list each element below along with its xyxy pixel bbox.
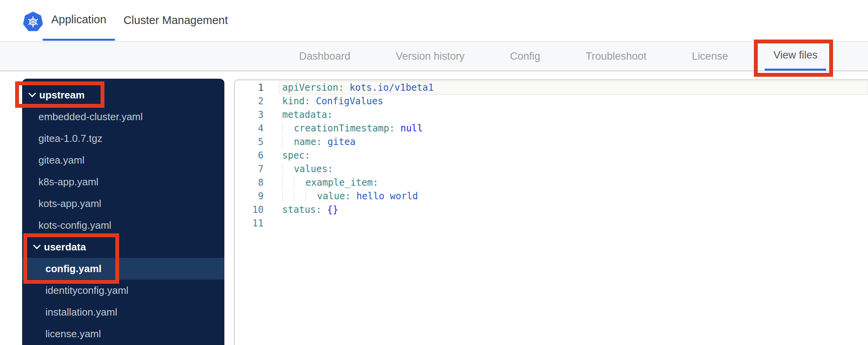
tree-item-label: userdata: [44, 241, 86, 253]
code-content: status: {}: [279, 203, 868, 217]
code-content: metadata:: [279, 108, 868, 122]
file-k8s-app-yaml[interactable]: k8s-app.yaml: [22, 171, 224, 193]
line-number: 5: [235, 135, 279, 149]
code-line-10: 10status: {}: [235, 203, 868, 217]
indent-guide: [306, 191, 317, 202]
file-embedded-cluster-yaml[interactable]: embedded-cluster.yaml: [22, 106, 224, 128]
file-gitea-1-0-7-tgz[interactable]: gitea-1.0.7.tgz: [22, 128, 224, 149]
tab-cluster-management[interactable]: Cluster Management: [115, 0, 236, 41]
indent-guide: [282, 164, 294, 174]
file-kots-config-yaml[interactable]: kots-config.yaml: [22, 214, 224, 236]
line-number: 9: [235, 190, 279, 203]
code-content: values:: [279, 162, 868, 176]
file-identityconfig-yaml[interactable]: identityconfig.yaml: [22, 279, 224, 301]
line-number: 3: [235, 108, 279, 122]
code-line-5: 5 name: gitea: [235, 135, 868, 149]
file-gitea-yaml[interactable]: gitea.yaml: [22, 149, 224, 171]
tree-item-label: kots-config.yaml: [38, 219, 111, 231]
app-subnav: DashboardVersion historyConfigTroublesho…: [0, 41, 868, 71]
tree-item-label: config.yaml: [45, 263, 101, 275]
line-number: 7: [235, 162, 279, 176]
tab-application[interactable]: Application: [43, 0, 115, 41]
code-line-7: 7 values:: [235, 162, 868, 176]
indent-guide: [282, 136, 294, 147]
code-content: kind: ConfigValues: [279, 95, 868, 108]
file-installation-yaml[interactable]: installation.yaml: [22, 301, 224, 323]
code-content: creationTimestamp: null: [279, 122, 868, 135]
code-content: apiVersion: kots.io/v1beta1: [279, 81, 868, 95]
console-tabs: Application Cluster Management: [43, 0, 236, 41]
tree-item-label: gitea.yaml: [38, 154, 85, 166]
code-line-6: 6spec:: [235, 149, 868, 162]
tree-item-label: embedded-cluster.yaml: [38, 111, 143, 123]
subnav-item-troubleshoot[interactable]: Troubleshoot: [577, 42, 655, 71]
indent-guide: [282, 191, 294, 202]
tree-item-label: identityconfig.yaml: [45, 285, 128, 297]
subnav-item-dashboard[interactable]: Dashboard: [291, 42, 359, 71]
file-tree[interactable]: upstreamembedded-cluster.yamlgitea-1.0.7…: [22, 79, 224, 345]
code-line-8: 8 example_item:: [235, 176, 868, 190]
line-number: 11: [235, 217, 279, 230]
code-content: example_item:: [279, 176, 868, 190]
tree-item-label: k8s-app.yaml: [38, 176, 99, 188]
code-line-9: 9 value: hello world: [235, 190, 868, 203]
app-header: Application Cluster Management: [0, 0, 868, 41]
tab-application-label: Application: [51, 13, 106, 26]
code-line-1: 1apiVersion: kots.io/v1beta1: [235, 81, 868, 95]
subnav-item-config[interactable]: Config: [502, 42, 549, 71]
tree-item-label: upstream: [39, 89, 85, 101]
indent-guide: [282, 123, 294, 134]
tree-item-label: installation.yaml: [45, 306, 117, 318]
line-number: 2: [235, 95, 279, 108]
code-line-4: 4 creationTimestamp: null: [235, 122, 868, 135]
tree-item-label: kots-app.yaml: [38, 198, 101, 210]
file-kots-app-yaml[interactable]: kots-app.yaml: [22, 193, 224, 214]
line-number: 10: [235, 203, 279, 217]
chevron-down-icon: [28, 90, 36, 97]
indent-guide: [294, 191, 306, 202]
folder-userdata[interactable]: userdata: [22, 236, 224, 258]
tree-item-label: license.yaml: [45, 328, 101, 340]
code-content: name: gitea: [279, 135, 868, 149]
line-number: 1: [235, 81, 279, 95]
code-content: [279, 217, 868, 230]
code-content: value: hello world: [279, 190, 868, 203]
code-line-11: 11: [235, 217, 868, 230]
subnav-item-version-history[interactable]: Version history: [387, 42, 473, 71]
line-number: 6: [235, 149, 279, 162]
subnav-item-view-files[interactable]: View files: [765, 42, 826, 71]
code-content: spec:: [279, 149, 868, 162]
file-config-yaml[interactable]: config.yaml: [22, 258, 224, 279]
code-line-3: 3metadata:: [235, 108, 868, 122]
file-viewer[interactable]: 1apiVersion: kots.io/v1beta12kind: Confi…: [234, 79, 868, 345]
line-number: 4: [235, 122, 279, 135]
indent-guide: [282, 177, 294, 188]
tree-item-label: gitea-1.0.7.tgz: [38, 133, 102, 145]
subnav-item-license[interactable]: License: [683, 42, 736, 71]
kubernetes-logo-icon: [23, 11, 43, 32]
tab-cluster-management-label: Cluster Management: [123, 14, 228, 27]
code-line-2: 2kind: ConfigValues: [235, 95, 868, 108]
chevron-down-icon: [33, 242, 41, 249]
file-license-yaml[interactable]: license.yaml: [22, 323, 224, 345]
folder-upstream[interactable]: upstream: [22, 84, 224, 106]
line-number: 8: [235, 176, 279, 190]
indent-guide: [294, 177, 306, 188]
